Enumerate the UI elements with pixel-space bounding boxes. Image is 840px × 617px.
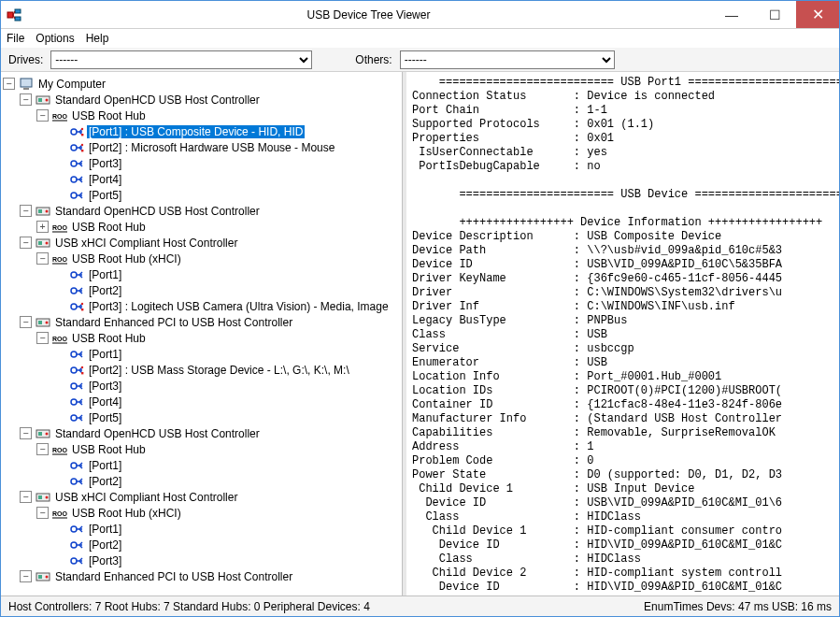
svg-point-12 <box>71 129 77 135</box>
status-left: Host Controllers: 7 Root Hubs: 7 Standar… <box>8 600 644 613</box>
svg-rect-0 <box>7 12 13 18</box>
minimize-button[interactable]: — <box>710 1 753 28</box>
tree-root-item[interactable]: −My Computer <box>3 76 400 92</box>
tree-item[interactable]: [Port1] <box>53 266 400 282</box>
collapse-icon[interactable]: − <box>20 427 32 439</box>
collapse-icon[interactable]: − <box>20 205 32 217</box>
close-button[interactable]: ✕ <box>796 1 839 28</box>
tree-item-label: [Port4] <box>87 173 123 186</box>
tree-item-label: Standard OpenHCD USB Host Controller <box>53 205 262 218</box>
tree-item[interactable]: [Port2] : USB Mass Storage Device - L:\,… <box>53 362 400 378</box>
expand-icon[interactable]: + <box>36 221 49 233</box>
collapse-icon[interactable]: − <box>20 237 32 249</box>
tree-item-label: USB Root Hub <box>70 221 148 234</box>
tree-item-label: [Port4] <box>87 395 123 409</box>
roothub-icon: ROOT <box>52 251 67 266</box>
collapse-icon[interactable]: − <box>36 252 49 265</box>
tree-item[interactable]: −Standard OpenHCD USB Host Controller <box>20 425 400 441</box>
tree-item[interactable]: −USB xHCI Compliant Host Controller <box>20 235 400 251</box>
tree-item[interactable]: [Port3] <box>53 378 400 394</box>
tree-item[interactable]: [Port2] <box>53 473 400 489</box>
toggle-spacer <box>53 157 65 169</box>
svg-point-92 <box>71 463 77 468</box>
svg-rect-42 <box>38 241 42 245</box>
tree-item[interactable]: [Port1] <box>53 457 400 473</box>
tree-item[interactable]: [Port2] <box>53 537 400 552</box>
svg-point-9 <box>46 98 49 101</box>
collapse-icon[interactable]: − <box>20 316 32 328</box>
svg-text:ROOT: ROOT <box>52 510 67 517</box>
tree-item[interactable]: +ROOTUSB Root Hub <box>36 219 400 235</box>
collapse-icon[interactable]: − <box>20 491 32 503</box>
tree-item[interactable]: [Port3] <box>53 552 400 568</box>
svg-rect-118 <box>38 575 42 579</box>
host-icon <box>36 315 50 330</box>
tree-item-label: USB Root Hub <box>70 443 148 456</box>
tree-item-label: [Port5] <box>87 189 123 202</box>
svg-text:ROOT: ROOT <box>52 224 67 231</box>
others-select[interactable]: ------ <box>400 50 615 69</box>
svg-text:ROOT: ROOT <box>52 113 67 120</box>
tree-item[interactable]: [Port1] <box>53 521 400 537</box>
tree-item[interactable]: [Port5] <box>53 409 400 425</box>
collapse-icon[interactable]: − <box>36 109 49 122</box>
collapse-icon[interactable]: − <box>36 332 49 344</box>
tree-item[interactable]: −Standard Enhanced PCI to USB Host Contr… <box>20 568 400 584</box>
tree-item[interactable]: [Port4] <box>53 171 400 187</box>
port-icon <box>69 410 84 425</box>
tree-item[interactable]: −USB xHCI Compliant Host Controller <box>20 489 400 505</box>
tree-item-label: [Port3] <box>87 554 123 567</box>
toggle-spacer <box>53 284 65 296</box>
drives-select[interactable]: ------ <box>50 50 312 69</box>
tree-item-label: USB Root Hub (xHCI) <box>70 507 183 520</box>
tree-item[interactable]: [Port5] <box>53 187 400 203</box>
svg-rect-17 <box>81 134 83 136</box>
tree-item-label: [Port1] <box>87 523 123 536</box>
menu-file[interactable]: File <box>7 32 24 45</box>
tree-item-label: Standard OpenHCD USB Host Controller <box>53 427 262 440</box>
collapse-icon[interactable]: − <box>20 93 32 106</box>
collapse-icon[interactable]: − <box>3 78 15 90</box>
device-icon <box>69 124 84 139</box>
svg-point-69 <box>71 367 77 373</box>
menu-options[interactable]: Options <box>36 32 74 45</box>
tree-item[interactable]: −ROOTUSB Root Hub <box>36 108 400 123</box>
tree-item[interactable]: −Standard Enhanced PCI to USB Host Contr… <box>20 314 400 330</box>
drives-label: Drives: <box>8 53 43 66</box>
tree-item[interactable]: [Port3] <box>53 155 400 171</box>
menu-help[interactable]: Help <box>86 32 109 45</box>
tree-item[interactable]: −Standard OpenHCD USB Host Controller <box>20 92 400 108</box>
toggle-spacer <box>53 189 65 201</box>
tree-item[interactable]: [Port2] : Microsoft Hardware USB Mouse -… <box>53 139 400 155</box>
tree-item[interactable]: [Port1] : USB Composite Device - HID, HI… <box>53 123 400 139</box>
tree-item[interactable]: −Standard OpenHCD USB Host Controller <box>20 203 400 219</box>
host-icon <box>36 93 50 108</box>
tree-item-label: USB xHCI Compliant Host Controller <box>53 491 239 504</box>
tree-item[interactable]: [Port3] : Logitech USB Camera (Ultra Vis… <box>53 298 400 314</box>
window-title: USB Device Tree Viewer <box>27 8 710 22</box>
port-icon <box>69 172 84 187</box>
collapse-icon[interactable]: − <box>20 570 32 582</box>
tree-item[interactable]: [Port1] <box>53 346 400 362</box>
svg-point-96 <box>71 479 77 484</box>
host-icon <box>36 569 50 584</box>
toggle-spacer <box>53 141 65 153</box>
collapse-icon[interactable]: − <box>36 507 49 519</box>
maximize-button[interactable]: ☐ <box>753 1 796 28</box>
device-tree: −My Computer−Standard OpenHCD USB Host C… <box>3 76 400 584</box>
port-icon <box>69 538 84 552</box>
svg-point-89 <box>46 432 49 435</box>
device-icon <box>69 363 84 378</box>
tree-item[interactable]: −ROOTUSB Root Hub <box>36 441 400 457</box>
svg-rect-88 <box>38 432 42 436</box>
port-icon <box>69 379 84 394</box>
svg-point-43 <box>46 241 49 244</box>
tree-item[interactable]: [Port4] <box>53 394 400 409</box>
collapse-icon[interactable]: − <box>36 443 49 455</box>
detail-pane[interactable]: ========================== USB Port1 ===… <box>406 72 839 595</box>
tree-item[interactable]: −ROOTUSB Root Hub (xHCI) <box>36 251 400 266</box>
tree-item[interactable]: [Port2] <box>53 282 400 298</box>
tree-item[interactable]: −ROOTUSB Root Hub (xHCI) <box>36 505 400 521</box>
tree-pane[interactable]: −My Computer−Standard OpenHCD USB Host C… <box>1 72 403 595</box>
tree-item[interactable]: −ROOTUSB Root Hub <box>36 330 400 346</box>
